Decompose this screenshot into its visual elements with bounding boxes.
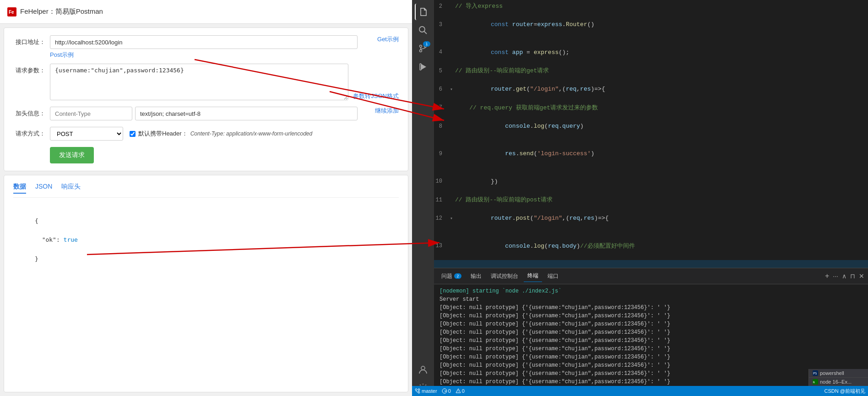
response-content: { "ok": true }: [13, 203, 399, 277]
code-area: 2 // 导入express 3 const router=express.Ro…: [434, 0, 868, 268]
send-button[interactable]: 发送请求: [50, 147, 94, 163]
header-key-input[interactable]: [50, 107, 132, 120]
svg-point-6: [420, 50, 422, 52]
params-textarea[interactable]: {username:"chujian",password:123456}: [50, 64, 348, 100]
params-convert-link[interactable]: 参数转JSON格式: [353, 92, 399, 100]
svg-rect-8: [420, 64, 421, 70]
default-header-checkbox[interactable]: [130, 131, 136, 137]
code-line-14: 14 ▾ res.send({: [434, 260, 868, 268]
status-warnings[interactable]: ! 0: [456, 388, 465, 394]
svg-marker-7: [421, 64, 426, 70]
activity-account[interactable]: [415, 361, 431, 378]
term-line-12: [Object: null prototype] {'{username:"ch…: [439, 378, 863, 386]
terminal-close-btn[interactable]: ✕: [859, 272, 864, 280]
header-add-link[interactable]: 继续添加: [375, 107, 399, 115]
activity-run[interactable]: [415, 59, 431, 75]
header-label: 加头信息：: [13, 107, 45, 118]
tab-debug-console[interactable]: 调试控制台: [487, 271, 522, 282]
header-row: 加头信息： 继续添加: [13, 107, 399, 120]
term-line-1: [nodemon] starting `node ./index2.js`: [439, 287, 863, 295]
term-line-3: [Object: null prototype] {'{username:"ch…: [439, 304, 863, 312]
url-input[interactable]: [50, 35, 358, 49]
code-editor: 2 // 导入express 3 const router=express.Ro…: [434, 0, 868, 268]
code-line-3: 3 const router=express.Router(): [434, 11, 868, 38]
svg-text:✕: ✕: [444, 390, 446, 393]
svg-point-9: [421, 366, 425, 370]
problems-badge: 2: [454, 273, 461, 279]
terminal-add-btn[interactable]: +: [825, 272, 829, 280]
params-label: 请求参数：: [13, 64, 45, 75]
terminal-chevron-up-btn[interactable]: ∧: [842, 272, 846, 280]
node-item[interactable]: N node 16--Ex...: [809, 378, 868, 386]
content-type-value: Content-Type: application/x-www-form-url…: [190, 130, 313, 137]
url-right: Get示例: [362, 35, 399, 43]
activity-bar: 1: [412, 0, 434, 396]
svg-point-15: [415, 389, 417, 391]
svg-text:N: N: [813, 380, 815, 384]
activity-source-control[interactable]: 1: [415, 40, 431, 57]
header-val-input[interactable]: [135, 107, 358, 120]
term-line-4: [Object: null prototype] {'{username:"ch…: [439, 312, 863, 320]
status-bar: master ✕ 0 ! 0 CSDN @前端初见: [412, 386, 868, 396]
code-line-7: 7 // req.query 获取前端get请求发过来的参数: [434, 103, 868, 113]
method-inputs: POST GET PUT DELETE 默认携带Header： Content-…: [50, 127, 399, 141]
url-row: 接口地址： Get示例: [13, 35, 399, 49]
default-header-label: 默认携带Header： Content-Type: application/x-…: [130, 130, 312, 138]
tab-json[interactable]: JSON: [35, 183, 52, 194]
activity-search[interactable]: [415, 22, 431, 38]
terminal-tabs: 问题 2 输出 调试控制台 终端 端口 + ··· ∧ ⊓ ✕: [434, 268, 868, 284]
fehelper-icon: Fe: [7, 7, 16, 16]
term-line-2: Server start: [439, 295, 863, 304]
powershell-item[interactable]: PS powershell: [809, 369, 868, 378]
response-area: 数据 JSON 响应头 { "ok": true }: [4, 175, 408, 392]
method-select[interactable]: POST GET PUT DELETE: [50, 127, 123, 141]
response-tabs: 数据 JSON 响应头: [13, 183, 399, 198]
terminal-maximize-btn[interactable]: ⊓: [850, 272, 855, 280]
activity-explorer[interactable]: [415, 4, 431, 20]
post-example-link[interactable]: Post示例: [50, 51, 74, 58]
get-example-link[interactable]: Get示例: [377, 35, 399, 43]
status-csdn: CSDN @前端初见: [825, 388, 865, 395]
code-line-5: 5 // 路由级别--响应前端的get请求: [434, 66, 868, 76]
tab-output[interactable]: 输出: [467, 271, 485, 282]
term-line-8: [Object: null prototype] {'{username:"ch…: [439, 345, 863, 353]
status-branch[interactable]: master: [415, 388, 437, 394]
svg-line-3: [424, 32, 427, 34]
vscode-panel: 1 2 // 导入: [412, 0, 868, 396]
svg-text:Fe: Fe: [9, 10, 14, 15]
code-line-9: 9 res.send('login-success'): [434, 140, 868, 168]
request-area: 接口地址： Get示例 Post示例 请求参数： {username:"chuj…: [4, 27, 408, 171]
svg-point-2: [419, 27, 425, 32]
status-errors[interactable]: ✕ 0: [442, 388, 451, 394]
code-line-12: 12 ▾ router.post("/login",(req,res)=>{: [434, 205, 868, 232]
terminal-more-btn[interactable]: ···: [833, 272, 838, 280]
tab-response-header[interactable]: 响应头: [61, 183, 81, 194]
terminal-panel: 问题 2 输出 调试控制台 终端 端口 + ··· ∧ ⊓ ✕ [nodemon…: [434, 268, 868, 396]
svg-text:PS: PS: [813, 372, 817, 375]
terminal-content: [nodemon] starting `node ./index2.js` Se…: [434, 284, 868, 396]
checkbox-text: 默认携带Header：: [138, 130, 188, 138]
term-line-9: [Object: null prototype] {'{username:"ch…: [439, 353, 863, 361]
node-label: node 16--Ex...: [820, 379, 852, 385]
tab-data[interactable]: 数据: [13, 183, 26, 194]
fehelper-title: FeHelper：简易版Postman: [20, 7, 103, 16]
code-line-13: 13 console.log(req.body)//必须配置好中间件: [434, 233, 868, 260]
code-line-2: 2 // 导入express: [434, 2, 868, 11]
params-row: 请求参数： {username:"chujian",password:12345…: [13, 64, 399, 100]
method-row: 请求方式： POST GET PUT DELETE 默认携带Header： Co…: [13, 127, 399, 141]
term-line-5: [Object: null prototype] {'{username:"ch…: [439, 320, 863, 328]
source-control-badge: 1: [423, 41, 430, 47]
params-right: 参数转JSON格式: [353, 64, 399, 100]
header-inputs: [50, 107, 358, 120]
fehelper-header: Fe FeHelper：简易版Postman: [0, 0, 412, 24]
powershell-label: powershell: [820, 370, 844, 376]
term-line-11: [Object: null prototype] {'{username:"ch…: [439, 369, 863, 378]
term-line-6: [Object: null prototype] {'{username:"ch…: [439, 328, 863, 336]
svg-point-4: [420, 45, 422, 48]
tab-terminal[interactable]: 终端: [524, 270, 542, 282]
side-terminals-panel: PS powershell N node 16--Ex...: [808, 369, 868, 386]
tab-ports[interactable]: 端口: [544, 271, 562, 282]
tab-problems[interactable]: 问题 2: [438, 271, 465, 282]
method-label: 请求方式：: [13, 127, 45, 138]
code-line-10: 10 }): [434, 168, 868, 195]
